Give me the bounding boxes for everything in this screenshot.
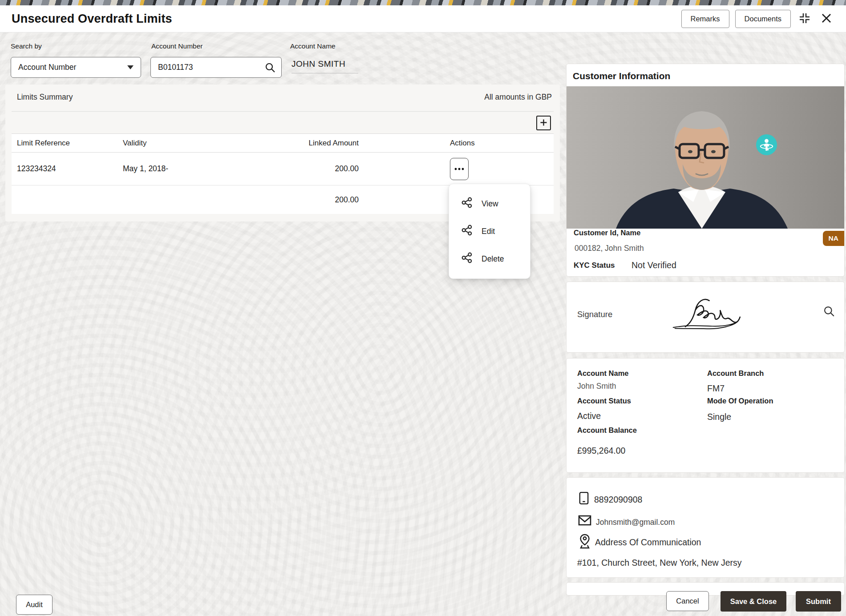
header-bar: Unsecured Overdraft Limits Remarks Docum… bbox=[0, 5, 846, 32]
header-actions: Remarks Documents bbox=[681, 10, 834, 28]
account-branch-label: Account Branch bbox=[707, 369, 764, 378]
signature-zoom-button[interactable] bbox=[823, 305, 835, 319]
remarks-button[interactable]: Remarks bbox=[681, 10, 729, 28]
search-icon[interactable] bbox=[264, 62, 276, 73]
mode-of-operation-value: Single bbox=[707, 412, 731, 422]
menu-item-view[interactable]: View bbox=[449, 190, 530, 217]
caret-down-icon bbox=[127, 65, 134, 69]
account-number-input[interactable] bbox=[158, 63, 264, 72]
phone-number-value: 8892090908 bbox=[594, 495, 642, 505]
share-icon bbox=[461, 224, 473, 238]
cell-limit-reference: 123234324 bbox=[12, 164, 123, 173]
customer-id-name-label: Customer Id, Name bbox=[574, 229, 640, 237]
menu-item-delete[interactable]: Delete bbox=[449, 245, 530, 273]
account-branch-value: FM7 bbox=[707, 383, 725, 394]
submit-button[interactable]: Submit bbox=[796, 591, 841, 612]
cell-actions bbox=[359, 158, 554, 180]
page-title: Unsecured Overdraft Limits bbox=[12, 12, 172, 26]
signature-label: Signature bbox=[577, 310, 612, 319]
row-actions-menu: View Edit Delete bbox=[449, 184, 530, 279]
phone-icon bbox=[579, 491, 589, 507]
mode-of-operation-label: Mode Of Operation bbox=[707, 397, 773, 405]
location-icon bbox=[579, 534, 591, 551]
limits-summary-header: Limits Summary All amounts in GBP bbox=[17, 93, 552, 102]
add-icon bbox=[540, 119, 547, 128]
menu-item-label: Edit bbox=[482, 227, 495, 236]
close-icon bbox=[821, 12, 832, 25]
search-by-label: Search by bbox=[11, 42, 42, 50]
row-actions-button[interactable] bbox=[450, 158, 469, 180]
amounts-currency-note: All amounts in GBP bbox=[484, 93, 552, 102]
kyc-status-label: KYC Status bbox=[574, 261, 615, 270]
account-name-detail-label: Account Name bbox=[577, 369, 629, 378]
zoom-icon bbox=[823, 312, 835, 319]
menu-item-edit[interactable]: Edit bbox=[449, 217, 530, 245]
customer-id-name-value: 000182, John Smith bbox=[575, 244, 644, 253]
customer-information-title: Customer Information bbox=[567, 64, 844, 86]
collapse-icon bbox=[798, 12, 811, 26]
cancel-button[interactable]: Cancel bbox=[666, 591, 709, 611]
unsecured-overdraft-limits-screen: Unsecured Overdraft Limits Remarks Docum… bbox=[0, 0, 846, 616]
account-name-label: Account Name bbox=[290, 42, 336, 50]
person-360-icon[interactable] bbox=[756, 134, 777, 155]
divider bbox=[12, 111, 554, 112]
documents-button[interactable]: Documents bbox=[735, 10, 791, 28]
account-number-label: Account Number bbox=[151, 42, 202, 50]
col-validity: Validity bbox=[123, 139, 270, 148]
signature-image bbox=[668, 293, 755, 339]
table-row: 123234324 May 1, 2018- 200.00 bbox=[12, 153, 554, 185]
add-limit-button[interactable] bbox=[536, 116, 551, 130]
audit-button[interactable]: Audit bbox=[16, 595, 53, 615]
limits-summary-title: Limits Summary bbox=[17, 93, 73, 102]
limits-table-header-row: Limit Reference Validity Linked Amount A… bbox=[12, 133, 554, 153]
customer-photo bbox=[567, 86, 844, 229]
status-badge: NA bbox=[823, 231, 844, 246]
cell-linked-amount: 200.00 bbox=[270, 164, 359, 173]
col-actions: Actions bbox=[359, 139, 554, 148]
total-linked-amount: 200.00 bbox=[270, 195, 359, 205]
signature-card: Signature bbox=[566, 282, 845, 353]
account-name-detail-value: John Smith bbox=[577, 382, 616, 391]
account-balance-value: £995,264.00 bbox=[577, 446, 625, 456]
col-linked-amount: Linked Amount bbox=[270, 139, 359, 148]
customer-information-card: Customer Information bbox=[566, 64, 845, 277]
email-value: Johnsmith@gmail.com bbox=[596, 518, 675, 527]
menu-item-label: Delete bbox=[482, 254, 504, 264]
share-icon bbox=[461, 252, 473, 266]
menu-item-label: View bbox=[482, 199, 498, 209]
customer-portrait bbox=[567, 86, 844, 229]
address-value: #101, Church Street, New York, New Jersy bbox=[577, 558, 742, 568]
search-by-selected-value: Account Number bbox=[18, 63, 76, 72]
account-number-field bbox=[150, 57, 282, 78]
account-details-card: Account Name John Smith Account Branch F… bbox=[566, 358, 845, 473]
save-close-button[interactable]: Save & Close bbox=[721, 591, 786, 612]
collapse-button[interactable] bbox=[797, 11, 813, 27]
address-label: Address Of Communication bbox=[595, 537, 701, 548]
account-name-value: JOHN SMITH bbox=[291, 59, 358, 73]
contact-card: 8892090908 Johnsmith@gmail.com Address O… bbox=[566, 477, 845, 578]
col-limit-reference: Limit Reference bbox=[12, 139, 123, 148]
email-icon bbox=[578, 515, 591, 527]
account-status-label: Account Status bbox=[577, 397, 631, 405]
search-by-select[interactable]: Account Number bbox=[11, 57, 141, 78]
share-icon bbox=[461, 197, 473, 211]
cell-validity: May 1, 2018- bbox=[123, 164, 270, 173]
decorative-top-strip bbox=[0, 0, 846, 5]
kyc-status-value: Not Verified bbox=[631, 260, 676, 270]
account-status-value: Active bbox=[577, 411, 601, 421]
ellipsis-icon bbox=[454, 165, 465, 172]
close-button[interactable] bbox=[818, 11, 834, 27]
account-balance-label: Account Balance bbox=[577, 426, 637, 435]
